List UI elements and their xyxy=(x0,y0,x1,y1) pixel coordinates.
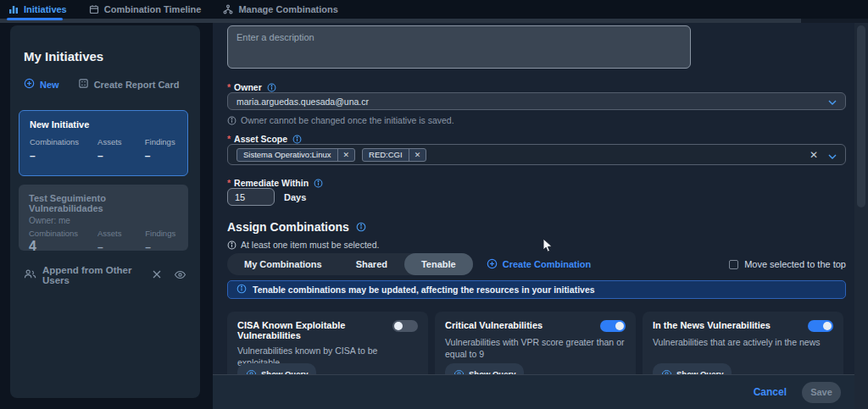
horizontal-scrollbar[interactable] xyxy=(0,19,868,23)
initiative-card-new[interactable]: New Initiative Combinations– Assets– Fin… xyxy=(19,110,188,176)
eye-icon[interactable] xyxy=(174,268,186,283)
required-asterisk: * xyxy=(227,178,231,188)
assign-combinations-heading: Assign Combinations xyxy=(227,220,349,234)
eye-icon xyxy=(246,366,257,374)
vertical-scrollbar-thumb[interactable] xyxy=(857,25,865,207)
owner-select[interactable]: maria.arguedas.quesada@una.cr xyxy=(227,92,846,110)
combination-cards-row: CISA Known Exploitable Vulnerabilities V… xyxy=(227,312,846,374)
show-query-button[interactable]: Show Query xyxy=(653,363,732,374)
chevron-down-icon[interactable] xyxy=(828,147,837,163)
stat-value-findings: – xyxy=(145,241,178,253)
remediate-days-input[interactable] xyxy=(227,188,275,206)
toggle-switch[interactable] xyxy=(808,320,833,332)
initiative-form-panel: * Owner maria.arguedas.quesada@una.cr Ow… xyxy=(213,23,854,409)
calendar-icon xyxy=(89,4,99,14)
horizontal-scrollbar-thumb[interactable] xyxy=(0,19,801,23)
stat-label-assets: Assets xyxy=(97,229,145,238)
assign-note-row: At least one item must be selected. xyxy=(227,240,379,250)
stat-label-findings: Findings xyxy=(145,229,178,238)
close-icon[interactable] xyxy=(152,268,162,283)
initiatives-sidebar: My Initiatives New Create Report Card Ne… xyxy=(10,25,200,398)
create-combination-label: Create Combination xyxy=(503,259,592,269)
stat-value-assets: – xyxy=(97,150,145,162)
info-icon[interactable] xyxy=(267,83,276,92)
stat-value-combinations: – xyxy=(30,150,97,162)
chevron-down-icon xyxy=(828,97,837,107)
initiative-owner: Owner: me xyxy=(29,216,178,225)
tab-shared[interactable]: Shared xyxy=(339,253,404,275)
remediate-label-row: * Remediate Within xyxy=(227,178,846,188)
create-report-card-label: Create Report Card xyxy=(94,80,180,90)
asset-scope-multiselect[interactable]: Sistema Operativo:Linux ✕ RED:CGI ✕ ✕ xyxy=(227,144,846,165)
save-button[interactable]: Save xyxy=(802,382,841,403)
toggle-knob xyxy=(615,322,624,330)
toggle-knob xyxy=(394,322,403,330)
description-textarea[interactable] xyxy=(227,25,691,69)
initiative-stats: Combinations4 Assets– Findings– xyxy=(29,229,178,254)
info-icon xyxy=(236,282,247,297)
move-selected-checkbox-row[interactable]: Move selected to the top xyxy=(729,259,846,269)
assign-note: At least one item must be selected. xyxy=(241,240,379,250)
tab-manage-combinations[interactable]: Manage Combinations xyxy=(223,0,337,19)
tab-tenable[interactable]: Tenable xyxy=(404,253,473,275)
owner-label-row: * Owner xyxy=(227,82,846,92)
combination-tabs-row: My Combinations Shared Tenable Create Co… xyxy=(227,253,846,275)
new-initiative-label: New xyxy=(40,80,59,90)
toggle-switch[interactable] xyxy=(392,320,418,332)
show-query-button[interactable]: Show Query xyxy=(237,363,316,374)
vertical-scrollbar[interactable] xyxy=(854,19,868,409)
tab-manage-combinations-label: Manage Combinations xyxy=(238,4,337,14)
append-from-other-users-row: Append from Other Users xyxy=(24,265,186,285)
owner-label: Owner xyxy=(234,82,262,92)
stat-value-findings: – xyxy=(145,150,177,162)
create-report-card-button[interactable]: Create Report Card xyxy=(78,78,180,91)
combination-description: Vulnerabilities with VPR score greater t… xyxy=(445,336,626,360)
sidebar-actions: New Create Report Card xyxy=(24,78,179,91)
move-selected-label: Move selected to the top xyxy=(744,259,846,269)
info-icon[interactable] xyxy=(314,179,323,188)
tab-initiatives[interactable]: Initiatives xyxy=(8,0,67,19)
move-selected-checkbox[interactable] xyxy=(729,260,738,269)
required-asterisk: * xyxy=(227,82,231,92)
days-unit-label: Days xyxy=(284,192,306,202)
combination-card-critical[interactable]: Critical Vulnerabilities Vulnerabilities… xyxy=(435,312,636,374)
owner-value: maria.arguedas.quesada@una.cr xyxy=(236,97,369,107)
show-query-button[interactable]: Show Query xyxy=(445,363,524,374)
tab-my-combinations[interactable]: My Combinations xyxy=(227,253,339,275)
stat-label-assets: Assets xyxy=(97,137,145,146)
info-icon[interactable] xyxy=(292,135,302,144)
eye-icon xyxy=(453,366,465,374)
tab-combination-timeline-label: Combination Timeline xyxy=(104,4,202,14)
owner-note: Owner cannot be changed once the initiat… xyxy=(241,115,454,125)
stat-value-combinations: 4 xyxy=(29,239,97,254)
cancel-button[interactable]: Cancel xyxy=(754,386,787,398)
info-icon[interactable] xyxy=(356,222,366,232)
create-combination-button[interactable]: Create Combination xyxy=(487,258,592,271)
plus-circle-icon xyxy=(24,78,35,91)
combination-title: In the News Vulnerabilities xyxy=(653,320,793,330)
toggle-switch[interactable] xyxy=(600,320,626,332)
assign-combinations-title: Assign Combinations xyxy=(227,220,366,234)
report-card-icon xyxy=(78,78,89,91)
new-initiative-button[interactable]: New xyxy=(24,78,59,91)
stat-label-combinations: Combinations xyxy=(29,229,97,238)
initiative-card-test-seguimiento[interactable]: Test Seguimiento Vulnerabilidades Owner:… xyxy=(19,185,188,251)
combination-description: Vulnerabilities that are actively in the… xyxy=(653,336,833,348)
combination-card-cisa[interactable]: CISA Known Exploitable Vulnerabilities V… xyxy=(227,312,428,374)
tab-combination-timeline[interactable]: Combination Timeline xyxy=(89,0,202,19)
asset-scope-tag: Sistema Operativo:Linux ✕ xyxy=(236,148,355,162)
combination-card-in-the-news[interactable]: In the News Vulnerabilities Vulnerabilit… xyxy=(643,312,843,374)
tab-initiatives-label: Initiatives xyxy=(24,4,67,14)
tag-remove-icon[interactable]: ✕ xyxy=(409,149,426,161)
required-asterisk: * xyxy=(227,134,231,144)
tag-label: Sistema Operativo:Linux xyxy=(237,149,337,161)
combination-title: Critical Vulnerabilities xyxy=(445,320,585,330)
owner-note-row: Owner cannot be changed once the initiat… xyxy=(227,115,454,125)
toggle-knob xyxy=(823,322,832,330)
tag-remove-icon[interactable]: ✕ xyxy=(337,149,355,161)
form-footer: Cancel Save xyxy=(213,374,854,409)
clear-all-icon[interactable]: ✕ xyxy=(810,149,818,161)
tag-label: RED:CGI xyxy=(363,149,409,161)
sidebar-title: My Initiatives xyxy=(24,49,103,64)
info-icon xyxy=(227,240,236,250)
